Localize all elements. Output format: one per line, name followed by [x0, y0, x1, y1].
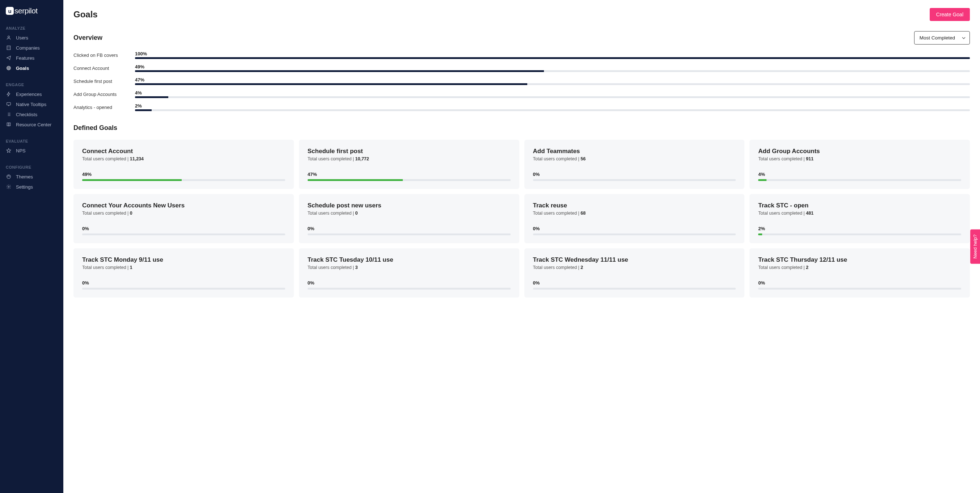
goal-card-subtitle: Total users completed | 0: [82, 211, 285, 216]
goal-card-track: [533, 288, 736, 289]
goal-card-percent: 49%: [82, 172, 285, 177]
nav-section-header: ENGAGE: [0, 80, 63, 89]
goal-card-subtitle: Total users completed | 481: [758, 211, 961, 216]
goal-card-subtitle: Total users completed | 56: [533, 156, 736, 161]
main-content: Goals Create Goal Overview Most Complete…: [63, 0, 980, 493]
page-header: Goals Create Goal: [73, 8, 970, 21]
goal-card-track: [82, 288, 285, 289]
goal-grid: Connect Account Total users completed | …: [73, 140, 970, 297]
overview-label: Analytics - opened: [73, 105, 128, 110]
goal-card-track: [758, 234, 961, 235]
overview-track: [135, 109, 970, 111]
create-goal-button[interactable]: Create Goal: [930, 8, 970, 21]
goal-card-subtitle: Total users completed | 0: [308, 211, 511, 216]
overview-fill: [135, 83, 527, 85]
logo[interactable]: u serpilot: [0, 6, 63, 23]
goal-card-track: [308, 288, 511, 289]
target-icon: [6, 65, 11, 71]
sort-select[interactable]: Most Completed: [914, 31, 970, 45]
overview-fill: [135, 96, 168, 98]
svg-point-0: [8, 36, 10, 38]
sidebar-item-experiences[interactable]: Experiences: [0, 89, 63, 99]
overview-header-row: Overview Most Completed: [73, 31, 970, 45]
goal-card-subtitle: Total users completed | 3: [308, 265, 511, 270]
sidebar-item-label: Companies: [16, 45, 40, 51]
overview-label: Clicked on FB covers: [73, 52, 128, 58]
help-tab[interactable]: Need help?: [970, 229, 980, 264]
overview-label: Schedule first post: [73, 78, 128, 84]
goal-card[interactable]: Track STC - open Total users completed |…: [749, 194, 970, 243]
overview-bar: 100%: [135, 51, 970, 59]
sidebar-item-checklists[interactable]: Checklists: [0, 109, 63, 119]
star-icon: [6, 148, 11, 153]
sidebar-item-settings[interactable]: Settings: [0, 182, 63, 192]
sidebar-item-features[interactable]: Features: [0, 53, 63, 63]
overview-percent: 4%: [135, 90, 970, 95]
goal-card-title: Track STC Wednesday 11/11 use: [533, 256, 736, 264]
sidebar-item-label: Users: [16, 35, 28, 41]
sidebar-item-users[interactable]: Users: [0, 33, 63, 43]
svg-point-7: [8, 176, 8, 176]
goal-card[interactable]: Schedule post new users Total users comp…: [299, 194, 519, 243]
overview-bar: 47%: [135, 77, 970, 85]
overview-row: Analytics - opened 2%: [73, 103, 970, 111]
goal-card-title: Connect Your Accounts New Users: [82, 202, 285, 209]
overview-bar: 2%: [135, 103, 970, 111]
overview-bar: 49%: [135, 64, 970, 72]
overview-heading: Overview: [73, 34, 102, 41]
svg-point-4: [8, 68, 9, 68]
goal-card[interactable]: Track STC Wednesday 11/11 use Total user…: [524, 248, 745, 297]
goal-card[interactable]: Schedule first post Total users complete…: [299, 140, 519, 189]
svg-point-2: [7, 66, 11, 70]
goal-card-track: [758, 179, 961, 181]
overview-percent: 100%: [135, 51, 970, 56]
goal-card-subtitle: Total users completed | 2: [533, 265, 736, 270]
svg-rect-5: [7, 102, 11, 105]
goal-card-subtitle: Total users completed | 2: [758, 265, 961, 270]
goal-card[interactable]: Connect Account Total users completed | …: [73, 140, 294, 189]
goal-card-fill: [82, 179, 182, 181]
goal-card-percent: 0%: [308, 280, 511, 286]
goal-card[interactable]: Add Teammates Total users completed | 56…: [524, 140, 745, 189]
sidebar-item-themes[interactable]: Themes: [0, 172, 63, 182]
goal-card-title: Track STC Monday 9/11 use: [82, 256, 285, 264]
sidebar-item-goals[interactable]: Goals: [0, 63, 63, 73]
goal-card-title: Track STC - open: [758, 202, 961, 209]
goal-card[interactable]: Add Group Accounts Total users completed…: [749, 140, 970, 189]
logo-text: serpilot: [14, 6, 38, 15]
overview-row: Connect Account 49%: [73, 64, 970, 72]
goal-card-title: Track STC Tuesday 10/11 use: [308, 256, 511, 264]
svg-rect-1: [7, 46, 10, 50]
goal-card[interactable]: Track reuse Total users completed | 68 0…: [524, 194, 745, 243]
goal-card-title: Track reuse: [533, 202, 736, 209]
overview-fill: [135, 57, 970, 59]
goal-card[interactable]: Track STC Thursday 12/11 use Total users…: [749, 248, 970, 297]
goal-card[interactable]: Connect Your Accounts New Users Total us…: [73, 194, 294, 243]
goal-card-percent: 0%: [308, 226, 511, 231]
goal-card-track: [82, 179, 285, 181]
overview-bar: 4%: [135, 90, 970, 98]
goal-card-track: [308, 234, 511, 235]
nav-section-header: CONFIGURE: [0, 162, 63, 172]
defined-goals-heading: Defined Goals: [73, 124, 970, 132]
svg-point-9: [10, 176, 10, 176]
goal-card-percent: 0%: [533, 172, 736, 177]
overview-track: [135, 83, 970, 85]
sidebar-item-label: Native Tooltips: [16, 102, 46, 107]
overview-percent: 47%: [135, 77, 970, 83]
sidebar-item-resource-center[interactable]: Resource Center: [0, 119, 63, 130]
overview-track: [135, 70, 970, 72]
goal-card[interactable]: Track STC Tuesday 10/11 use Total users …: [299, 248, 519, 297]
goal-card-title: Track STC Thursday 12/11 use: [758, 256, 961, 264]
overview-fill: [135, 70, 544, 72]
goal-card-percent: 4%: [758, 172, 961, 177]
sidebar-item-companies[interactable]: Companies: [0, 43, 63, 53]
goal-card[interactable]: Track STC Monday 9/11 use Total users co…: [73, 248, 294, 297]
goal-card-fill: [758, 179, 766, 181]
sidebar-item-nps[interactable]: NPS: [0, 146, 63, 156]
sidebar-item-label: Features: [16, 56, 34, 61]
goal-card-title: Schedule first post: [308, 148, 511, 155]
sidebar-item-label: Experiences: [16, 92, 42, 97]
sidebar-item-native-tooltips[interactable]: Native Tooltips: [0, 99, 63, 109]
help-tab-label: Need help?: [972, 235, 978, 259]
